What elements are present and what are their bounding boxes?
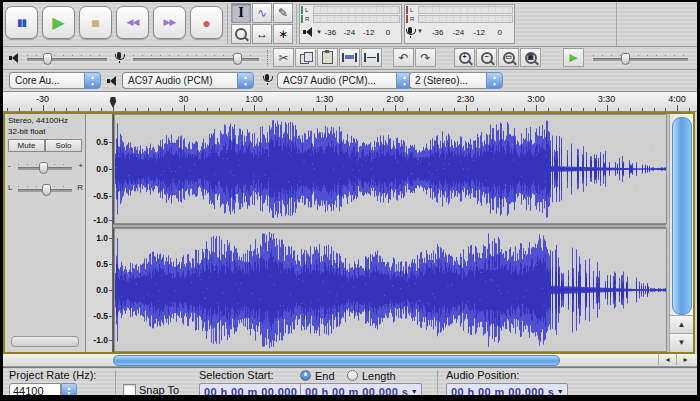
track-format-label: Stereo, 44100Hz [8,116,85,125]
skip-to-end-button[interactable]: ▶▶ [153,6,186,39]
meter-bar [313,15,400,23]
cut-button[interactable]: ✂ [273,48,294,67]
playback-speed-thumb[interactable] [621,53,630,65]
draw-tool-button[interactable]: ✎ [273,3,293,23]
dropdown-stepper-icon[interactable] [84,72,101,89]
ruler-tick [43,105,44,111]
scroll-right-arrow-icon[interactable]: ▸ [676,354,694,365]
dropdown-stepper-icon[interactable] [486,72,503,89]
track-collapse-button[interactable] [11,336,79,347]
skip-to-start-button[interactable]: ◀◀ [116,6,149,39]
output-volume-slider[interactable] [27,58,107,61]
gain-slider[interactable]: - + [8,160,83,174]
envelope-tool-button[interactable]: ∿ [252,3,272,23]
input-volume-slider[interactable] [133,58,259,61]
scroll-left-arrow-icon[interactable]: ◂ [658,354,676,365]
paste-icon [322,51,333,64]
undo-button[interactable]: ↶ [393,48,414,67]
amplitude-scale-label: 0.5 [96,137,108,147]
play-button[interactable]: ▶ [42,6,75,39]
meter-scale-label: -24 [344,28,356,37]
scale-tick [109,220,112,221]
input-device-select[interactable]: AC97 Audio (PCM)... [277,72,413,89]
ruler-tick [477,108,478,111]
redo-icon: ↷ [420,51,430,65]
top-toolbar-row: ▮▮▶■◀◀▶▶● I∿✎↔∗ LR▼-36-24-120 LR▼-36-24-… [3,2,697,47]
zoom-in-button[interactable]: + [454,48,475,67]
pan-slider[interactable]: L R [8,182,83,196]
selection-end-field[interactable]: 00 h 00 m 00.000 s [300,383,422,395]
input-volume-thumb[interactable] [233,53,242,65]
pan-left-label: L [8,183,12,192]
ruler-tick [231,108,232,111]
stop-button[interactable]: ■ [79,6,112,39]
dropdown-stepper-icon[interactable] [61,383,77,395]
meter-dropdown-icon[interactable]: ▼ [417,28,423,34]
waveform-channel-2[interactable] [113,228,667,352]
project-rate-select[interactable]: 44100 [9,383,77,395]
audio-host-select[interactable]: Core Au... [9,72,101,89]
timeline-ruler[interactable]: -30301:001:302:002:303:003:304:00 [3,92,697,112]
trim-button[interactable] [339,48,360,67]
record-button[interactable]: ● [190,6,223,39]
audio-position-field[interactable]: 00 h 00 m 00.000 s [446,383,568,395]
fit-selection-button[interactable]: ▭ [498,48,519,67]
track-control-panel: Stereo, 44100Hz 32-bit float Mute Solo -… [5,114,86,352]
meter-dropdown-icon[interactable]: ▼ [316,29,322,35]
ruler-tick [618,108,619,111]
length-radio[interactable] [347,370,358,381]
meter-scale-label: -36 [432,28,444,37]
vertical-scale-ruler[interactable]: 0.50.0-0.5-1.01.00.50.0-0.5-1.0 [86,114,113,352]
copy-icon [300,52,312,63]
horizontal-scrollbar-thumb[interactable] [113,355,560,366]
playhead-pin-icon[interactable] [109,96,117,108]
output-device-select[interactable]: AC97 Audio (PCM) [122,72,254,89]
redo-button[interactable]: ↷ [415,48,436,67]
ruler-tick [372,108,373,111]
ruler-tick [278,108,279,111]
scroll-down-arrow-icon[interactable]: ▼ [670,333,693,352]
output-volume-thumb[interactable] [43,53,52,65]
silence-button[interactable] [361,48,382,67]
mute-button[interactable]: Mute [8,139,45,152]
meter-scale-label: 0 [498,28,502,37]
amplitude-scale-label: -1.0 [93,335,108,345]
play-at-speed-button[interactable]: ▶ [563,48,584,67]
fit-project-button[interactable]: ▣ [520,48,541,67]
playback-speed-slider[interactable] [593,58,688,61]
toolbar-separator [437,370,438,394]
input-channels-select[interactable]: 2 (Stereo)... [409,72,503,89]
horizontal-scrollbar[interactable]: ◂ ▸ [3,354,697,367]
project-rate-label: Project Rate (Hz): [9,369,96,381]
end-radio[interactable] [300,370,311,381]
zoom-out-button[interactable]: − [476,48,497,67]
timeshift-tool-button[interactable]: ↔ [252,24,272,44]
snap-to-checkbox[interactable] [123,384,136,395]
ruler-time-label: 4:00 [668,94,686,104]
dropdown-stepper-icon[interactable] [237,72,254,89]
amplitude-scale-label: 0.5 [96,259,108,269]
ruler-time-label: 1:00 [245,94,263,104]
recording-meter[interactable]: LR▼-36-24-120 [404,4,515,44]
paste-button[interactable] [317,48,338,67]
meter-channel-label: L [406,6,418,14]
copy-button[interactable] [295,48,316,67]
ruler-tick [325,105,326,111]
play-icon: ▶ [569,51,577,64]
pan-thumb[interactable] [42,184,51,196]
playback-meter[interactable]: LR▼-36-24-120 [299,4,402,44]
gain-thumb[interactable] [39,162,48,174]
waveform-channel-1[interactable] [113,114,667,224]
vertical-scrollbar[interactable]: ▲ ▼ [669,114,693,352]
ruler-tick [630,108,631,111]
selection-tool-button[interactable]: I [231,3,251,23]
ruler-tick [571,108,572,111]
zoom-tool-button[interactable] [231,24,251,44]
pause-button[interactable]: ▮▮ [5,6,38,39]
trim-icon [342,53,357,62]
solo-button[interactable]: Solo [45,139,82,152]
multi-tool-button[interactable]: ∗ [273,24,293,44]
toolbar-gripper[interactable] [267,50,270,66]
scroll-up-arrow-icon[interactable]: ▲ [670,315,693,334]
vertical-scrollbar-thumb[interactable] [672,117,692,315]
